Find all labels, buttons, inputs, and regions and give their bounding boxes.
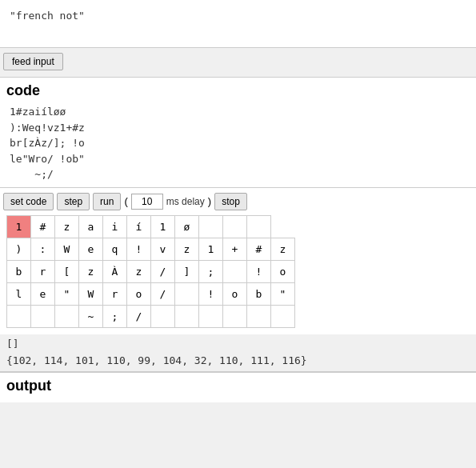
grid-cell[interactable] xyxy=(151,305,175,327)
grid-cell[interactable]: o xyxy=(271,260,295,282)
table-row: ):Weq!vz1+#z xyxy=(7,238,295,260)
grid-cell[interactable]: ø xyxy=(175,215,199,238)
grid-cell[interactable]: b xyxy=(7,260,31,282)
grid-cell[interactable] xyxy=(175,282,199,305)
grid-cell[interactable] xyxy=(31,305,55,327)
step-button[interactable]: step xyxy=(57,193,90,210)
grid-cell[interactable]: W xyxy=(79,282,103,305)
grid-cell[interactable]: o xyxy=(223,282,247,305)
grid-cell[interactable]: ! xyxy=(247,260,271,282)
grid-cell[interactable]: 1 xyxy=(7,215,31,238)
grid-cell[interactable]: z xyxy=(127,260,151,282)
input-display: "french not" xyxy=(6,6,470,28)
grid-cell[interactable]: b xyxy=(247,282,271,305)
grid-cell[interactable] xyxy=(199,305,223,327)
grid-cell[interactable]: ; xyxy=(199,260,223,282)
grid-cell[interactable]: v xyxy=(151,238,175,260)
grid-cell[interactable] xyxy=(271,305,295,327)
grid-cell[interactable]: ] xyxy=(175,260,199,282)
grid-cell[interactable]: í xyxy=(127,215,151,238)
grid-cell[interactable]: " xyxy=(271,282,295,305)
grid-cell[interactable] xyxy=(247,305,271,327)
grid-cell[interactable]: e xyxy=(31,282,55,305)
grid-cell[interactable]: a xyxy=(79,215,103,238)
code-section: code 1#zaiíløø ):Weq!vz1+#z br[zÀz/]; !o… xyxy=(0,78,476,188)
stop-button[interactable]: stop xyxy=(214,193,247,210)
grid-cell[interactable]: À xyxy=(103,260,127,282)
grid-cell[interactable]: z xyxy=(175,238,199,260)
stack-display: [] xyxy=(0,334,476,353)
grid-cell[interactable]: 1 xyxy=(199,238,223,260)
grid-cell[interactable] xyxy=(7,305,31,327)
grid-cell[interactable]: + xyxy=(223,238,247,260)
run-button[interactable]: run xyxy=(93,193,121,210)
table-row: ~;/ xyxy=(7,305,295,327)
code-block: 1#zaiíløø ):Weq!vz1+#z br[zÀz/]; !o le"W… xyxy=(6,102,470,184)
grid-cell[interactable]: [ xyxy=(55,260,79,282)
grid-container: 1#zaií1ø):Weq!vz1+#zbr[zÀz/];!ole"Wro/!o… xyxy=(0,215,476,334)
table-row: le"Wro/!ob" xyxy=(7,282,295,305)
grid-cell[interactable]: ! xyxy=(127,238,151,260)
grid-cell[interactable]: # xyxy=(247,238,271,260)
grid-cell[interactable]: z xyxy=(79,260,103,282)
ms-delay-label: ms delay xyxy=(166,196,205,207)
grid-cell[interactable] xyxy=(223,305,247,327)
code-grid: 1#zaií1ø):Weq!vz1+#zbr[zÀz/];!ole"Wro/!o… xyxy=(6,215,295,328)
output-title: output xyxy=(6,378,470,394)
grid-cell[interactable]: i xyxy=(103,215,127,238)
grid-cell[interactable]: l xyxy=(7,282,31,305)
grid-cell[interactable]: ) xyxy=(7,238,31,260)
grid-cell[interactable]: r xyxy=(103,282,127,305)
grid-cell[interactable]: : xyxy=(31,238,55,260)
table-row: 1#zaií1ø xyxy=(7,215,295,238)
grid-cell[interactable] xyxy=(223,260,247,282)
grid-cell[interactable] xyxy=(247,215,271,238)
grid-cell[interactable]: ~ xyxy=(79,305,103,327)
grid-cell[interactable]: # xyxy=(31,215,55,238)
grid-cell[interactable]: / xyxy=(151,282,175,305)
grid-cell[interactable]: / xyxy=(151,260,175,282)
grid-cell[interactable]: z xyxy=(55,215,79,238)
grid-cell[interactable]: r xyxy=(31,260,55,282)
top-input-section: "french not" xyxy=(0,0,476,48)
grid-cell[interactable] xyxy=(223,215,247,238)
grid-cell[interactable]: z xyxy=(271,238,295,260)
toolbar: set code step run ( ms delay ) stop xyxy=(0,188,476,215)
grid-cell[interactable] xyxy=(175,305,199,327)
output-section: output xyxy=(0,372,476,402)
open-paren: ( xyxy=(124,195,127,207)
grid-cell[interactable]: ! xyxy=(199,282,223,305)
grid-cell[interactable]: e xyxy=(79,238,103,260)
table-row: br[zÀz/];!o xyxy=(7,260,295,282)
grid-cell[interactable]: q xyxy=(103,238,127,260)
grid-cell[interactable]: 1 xyxy=(151,215,175,238)
feed-input-button[interactable]: feed input xyxy=(3,53,63,70)
grid-cell[interactable] xyxy=(199,215,223,238)
grid-cell[interactable]: W xyxy=(55,238,79,260)
grid-cell[interactable]: " xyxy=(55,282,79,305)
grid-cell[interactable]: o xyxy=(127,282,151,305)
delay-input[interactable] xyxy=(131,194,163,210)
grid-cell[interactable] xyxy=(55,305,79,327)
grid-cell[interactable]: / xyxy=(127,305,151,327)
close-paren: ) xyxy=(208,195,211,207)
grid-cell[interactable]: ; xyxy=(103,305,127,327)
set-code-button[interactable]: set code xyxy=(3,193,54,210)
code-title: code xyxy=(6,82,470,99)
bytes-display: {102, 114, 101, 110, 99, 104, 32, 110, 1… xyxy=(0,353,476,371)
